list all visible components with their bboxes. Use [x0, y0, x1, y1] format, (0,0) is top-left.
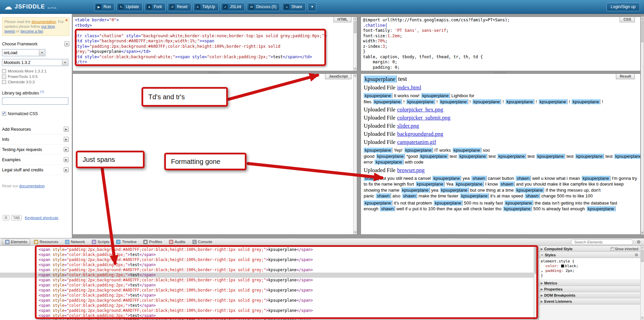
scrollbar-thumb[interactable]	[641, 21, 643, 42]
scroll-up-icon[interactable]: ▲	[641, 246, 644, 250]
login-signup-button[interactable]: Login/Sign up	[606, 3, 640, 11]
uploaded-file-link[interactable]: index.html	[397, 84, 421, 91]
devtools-element-line[interactable]: <span style="padding:2px;background:#A0D…	[39, 247, 534, 252]
devtools-tab-profiles[interactable]: ◉Profiles	[140, 239, 165, 245]
css-panel-tab[interactable]: CSS	[620, 17, 635, 22]
toolbar-button-run[interactable]: ▶Run	[94, 3, 114, 11]
uploaded-file-link[interactable]: colorpicker_hex.png	[397, 106, 443, 113]
sidebar-section-testing-ajax-requests[interactable]: Testing Ajax requests▶	[2, 145, 69, 155]
devtools-tab-network[interactable]: ◎Network	[62, 239, 88, 245]
normalized-css-checkbox[interactable]	[2, 112, 6, 116]
uploaded-file-link[interactable]: browser.png	[397, 167, 425, 173]
devtools-element-line[interactable]: <span style="padding:2px;background:#A0D…	[39, 318, 534, 320]
scroll-up-icon[interactable]: ▲	[641, 17, 644, 20]
javascript-panel-scrollbar[interactable]: ▲ ▼	[353, 74, 357, 234]
scroll-up-icon[interactable]: ▲	[353, 17, 357, 21]
style-property-padding[interactable]: ▶padding: 2px;	[541, 269, 639, 273]
page-scrollbar[interactable]: ▲ ▼	[641, 17, 644, 235]
styles-gear-icon[interactable]: ⚙	[635, 253, 638, 257]
devtools-tab-elements[interactable]: ▦Elements	[2, 239, 30, 245]
devtools-tab-timeline[interactable]: ◷Timeline	[113, 239, 139, 245]
expand-arrow-icon[interactable]: ▶	[64, 167, 69, 172]
devtools-element-line[interactable]: <span style="padding:2px;background:#A0D…	[39, 268, 534, 273]
style-property-color[interactable]: color: black;	[541, 264, 639, 269]
uploaded-file-link[interactable]: colorpicker_submit.png	[397, 114, 450, 121]
toolbar-button-reset[interactable]: ↺Reset	[168, 3, 191, 11]
checkbox-powertools-1-0-5[interactable]	[2, 74, 6, 79]
devtools-tab-console[interactable]: »Console	[189, 239, 215, 245]
devtools-element-line[interactable]: <span style="padding:2px;background:#A0D…	[39, 288, 534, 293]
checkbox-clientcide-3-0-3[interactable]	[2, 80, 6, 84]
show-inherited-checkbox[interactable]	[610, 247, 614, 251]
styles-header[interactable]: ▼ Styles ⚙	[539, 252, 640, 258]
sidebar-section-legal-stuff-and-credits[interactable]: Legal stuff and credits▶	[2, 165, 69, 175]
devtools-tab-resources[interactable]: ▣Resources	[31, 239, 61, 245]
keyboard-shortcuts-link[interactable]: Keyboard shortcuts	[25, 216, 58, 220]
devtools-element-line[interactable]: <span style="color:black;padding:2px;">t…	[39, 313, 534, 318]
checkbox-mootools-more-1-3-2-1[interactable]	[2, 69, 6, 73]
expand-arrow-icon[interactable]: ▶	[64, 157, 69, 162]
horizontal-splitter-grip[interactable]	[493, 71, 507, 73]
devtools-elements-scrollbar[interactable]	[534, 246, 539, 320]
expand-arrow-icon[interactable]: ▶	[64, 127, 69, 132]
uploaded-file-link[interactable]: campatetanim.gif	[397, 139, 436, 145]
documentation-link[interactable]: documentation	[31, 20, 56, 24]
onload-select[interactable]: onLoad ▼	[2, 49, 45, 56]
devtools-search-input[interactable]	[571, 239, 633, 245]
horizontal-splitter-grip[interactable]	[207, 71, 221, 73]
scroll-down-icon[interactable]: ▼	[353, 231, 357, 234]
toolbar-button-tidyup[interactable]: ≡TidyUp	[193, 3, 219, 11]
sidebar-section-info[interactable]: Info▶	[2, 134, 69, 145]
toolbar-button-discuss-0[interactable]: ✉Discuss (0)	[247, 3, 280, 11]
scrollbar-thumb[interactable]	[354, 21, 357, 33]
devtools-element-line[interactable]: <span style="padding:2px;background:#A0D…	[39, 257, 534, 262]
scrollbar-thumb[interactable]	[535, 247, 538, 274]
javascript-panel-tab[interactable]: JavaScript	[325, 74, 351, 79]
html-code-editor[interactable]: <table border="0"><tbody> <tr class="cha…	[73, 17, 357, 66]
toolbar-button-share[interactable]: »Share	[282, 3, 306, 11]
scroll-up-icon[interactable]: ▲	[353, 74, 357, 78]
scrollbar-thumb[interactable]	[641, 250, 644, 262]
jsfiddle-logo[interactable]: ☁ JSFIDDLE ALPHA	[4, 3, 56, 11]
toolbar-button-jslint[interactable]: ✓JSLint	[221, 3, 245, 11]
tweets-link[interactable]: tweets	[4, 29, 15, 33]
library-tag-input[interactable]	[2, 98, 68, 105]
devtools-element-line[interactable]: <span style="padding:2px;background:#A0D…	[39, 278, 534, 283]
help-link[interactable]: (?)	[40, 90, 44, 93]
expand-arrow-icon[interactable]: ▶	[64, 137, 69, 142]
html-panel-tab[interactable]: HTML	[334, 17, 351, 22]
devtools-element-line[interactable]: <span style="padding:2px;background:#A0D…	[39, 308, 534, 313]
devtools-element-line[interactable]: <span style="color:black;padding:2px;">t…	[39, 293, 534, 298]
devtools-tab-audits[interactable]: ▥Audits	[166, 239, 189, 245]
devtools-element-line[interactable]: <span style="color:black;padding:2px;">t…	[39, 303, 534, 308]
blog-link[interactable]: our blog	[41, 24, 55, 28]
fan-link[interactable]: become a fan	[21, 29, 43, 33]
styles-section-metrics[interactable]: ▶Metrics	[539, 280, 640, 286]
framework-select[interactable]: Mootools 1.3.2 ▼	[2, 59, 68, 66]
devtools-element-line[interactable]: <span style="color:black;padding:2px;">t…	[0, 273, 534, 278]
sidebar-section-add-resources[interactable]: Add Resources▶	[2, 124, 69, 134]
toolbar-button-fork[interactable]: ⋔Fork	[145, 3, 166, 11]
result-panel-tab[interactable]: Result	[616, 74, 635, 79]
toolbar-button-update[interactable]: ↻Update	[116, 3, 143, 11]
devtools-tab-scripts[interactable]: ▤Scripts	[89, 239, 112, 245]
framework-collapse-button[interactable]: ▼	[64, 41, 69, 46]
scroll-down-icon[interactable]: ▼	[641, 316, 644, 320]
scroll-down-icon[interactable]: ▼	[353, 67, 357, 71]
read-documentation-link[interactable]: documentation	[19, 184, 45, 188]
css-code-editor[interactable]: @import url(http://fonts.googleapis.com/…	[361, 17, 640, 71]
expand-arrow-icon[interactable]: ▶	[541, 269, 543, 274]
styles-section-dom-breakpoints[interactable]: ▶DOM Breakpoints	[539, 292, 640, 298]
devtools-element-line[interactable]: <span style="padding:2px;background:#A0D…	[39, 298, 534, 303]
scroll-down-icon[interactable]: ▼	[641, 231, 644, 234]
devtools-settings-gear-icon[interactable]: ⚙	[637, 239, 641, 244]
uploaded-file-link[interactable]: slider.png	[397, 123, 419, 129]
html-panel-scrollbar[interactable]: ▲ ▼	[353, 17, 357, 71]
uploaded-file-link[interactable]: backgroundgrad.png	[397, 131, 443, 137]
computed-style-header[interactable]: ▶ Computed Style Show inherited	[539, 246, 640, 252]
expand-arrow-icon[interactable]: ▶	[64, 147, 69, 152]
share-dropdown-toggle[interactable]: ▼	[308, 3, 316, 11]
devtools-element-line[interactable]: <span style="color:black;padding:2px;">t…	[39, 283, 534, 288]
styles-panel-scrollbar[interactable]: ▲ ▼	[640, 246, 644, 320]
devtools-elements-tree[interactable]: <span style="padding:2px;background:#A0D…	[0, 246, 534, 320]
